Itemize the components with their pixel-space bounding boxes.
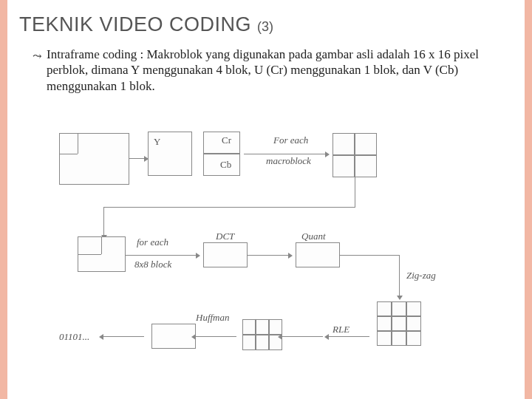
- for-each-top: For each: [273, 134, 308, 146]
- bullet-text: Intraframe coding : Makroblok yang digun…: [47, 47, 502, 94]
- slide-title-sub: (3): [257, 19, 273, 35]
- block8x8-v: [101, 236, 102, 254]
- macroblock-grid: [332, 133, 377, 177]
- slide-title: TEKNIK VIDEO CODING: [19, 13, 251, 36]
- title-row: TEKNIK VIDEO CODING (3): [19, 13, 511, 36]
- macroblock-label: macroblock: [266, 155, 311, 167]
- arrow-grid-huff: [196, 336, 236, 337]
- for-each-mid: for each: [137, 236, 168, 248]
- diagram: Y Cr Cb For each macroblock for each 8x8…: [52, 126, 510, 377]
- arrow-dct-quant: [248, 255, 288, 256]
- slide: TEKNIK VIDEO CODING (3) ⤳ Intraframe cod…: [0, 0, 532, 399]
- route-grid-down: [355, 177, 355, 207]
- route-grid-left: [103, 207, 355, 208]
- huffman-label: Huffman: [196, 312, 230, 324]
- frame-inner-v: [78, 133, 78, 154]
- quant-box: [296, 242, 340, 267]
- bullet-item: ⤳ Intraframe coding : Makroblok yang dig…: [33, 47, 502, 94]
- zigzag-label: Zig-zag: [406, 270, 436, 282]
- arrow-grid-rle: [329, 336, 369, 337]
- huffman-box: [151, 324, 196, 349]
- arrow-frame-y: [129, 158, 144, 159]
- arrow-8x8-dct: [126, 255, 196, 256]
- frame-box: [59, 133, 129, 185]
- route-quant-down: [399, 255, 400, 296]
- arrow-rle: [282, 336, 323, 337]
- arrow-huff-bits: [103, 336, 144, 337]
- route-grid-into-mid: [103, 207, 104, 235]
- bullet-icon: ⤳: [33, 50, 42, 63]
- coeff-grid-left: [242, 319, 282, 350]
- quant-label: Quant: [301, 231, 326, 242]
- cr-label: Cr: [222, 134, 231, 146]
- bits-label: 01101...: [59, 331, 89, 343]
- block8x8-h: [78, 254, 101, 255]
- rle-label: RLE: [332, 324, 349, 335]
- dct-label: DCT: [216, 231, 234, 242]
- accent-left: [0, 0, 7, 399]
- y-label: Y: [154, 136, 160, 148]
- frame-inner-h: [59, 154, 78, 154]
- cb-label: Cb: [220, 159, 231, 171]
- coeff-grid-right: [377, 301, 421, 346]
- arrow-crcb-grid: [244, 154, 325, 154]
- body: ⤳ Intraframe coding : Makroblok yang dig…: [33, 47, 502, 94]
- accent-right: [525, 0, 532, 399]
- block-8x8-label: 8x8 block: [134, 259, 171, 270]
- route-quant-right: [340, 255, 399, 256]
- dct-box: [203, 242, 248, 267]
